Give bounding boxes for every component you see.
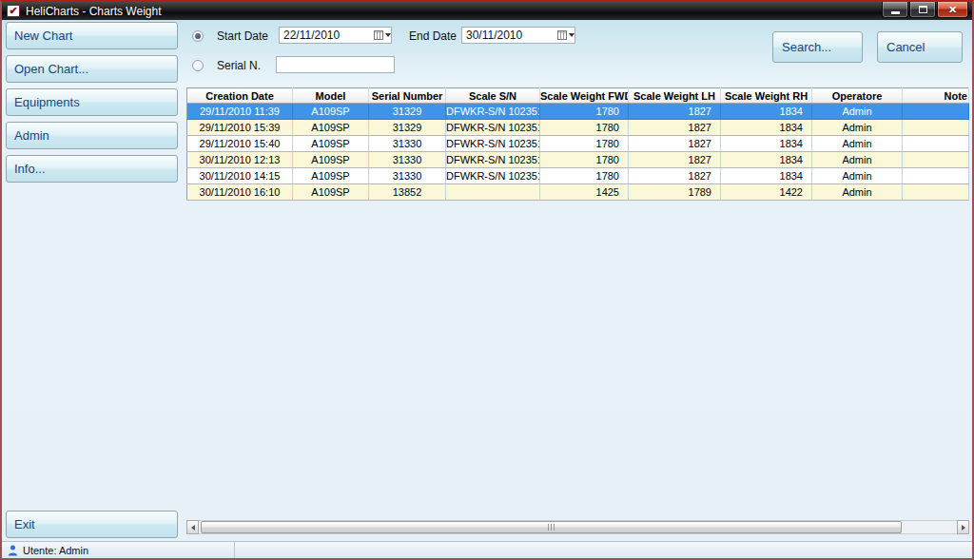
column-header[interactable]: Creation Date — [187, 88, 293, 104]
table-cell[interactable]: 1834 — [721, 104, 812, 120]
column-header[interactable]: Scale Weight RH — [721, 88, 812, 104]
table-cell[interactable]: 31330 — [369, 152, 446, 168]
table-cell[interactable] — [903, 120, 969, 136]
sidebar-item-new-chart[interactable]: New Chart — [6, 22, 178, 49]
table-cell[interactable]: 1834 — [721, 152, 812, 168]
table-cell[interactable] — [446, 184, 540, 201]
column-header[interactable]: Scale Weight LH — [629, 88, 721, 104]
table-cell[interactable]: 1780 — [540, 152, 629, 168]
table-cell[interactable] — [903, 168, 969, 184]
table-cell[interactable]: A109SP — [293, 184, 369, 201]
table-cell[interactable]: 29/11/2010 15:40 — [187, 136, 293, 152]
sidebar-item-admin[interactable]: Admin — [6, 122, 178, 149]
table-cell[interactable]: Admin — [812, 184, 903, 201]
table-row[interactable]: 29/11/2010 15:40A109SP31330DFWKR-S/N 102… — [187, 136, 969, 152]
table-cell[interactable]: 30/11/2010 12:13 — [187, 152, 293, 168]
table-cell[interactable]: DFWKR-S/N 102351 — [446, 104, 540, 120]
table-cell[interactable]: 1827 — [629, 152, 721, 168]
table-body: 29/11/2010 11:39A109SP31329DFWKR-S/N 102… — [187, 104, 969, 201]
table-header-row: Creation DateModelSerial NumberScale S/N… — [187, 88, 969, 104]
table-cell[interactable]: 1834 — [721, 168, 812, 184]
table-cell[interactable]: 13852 — [369, 184, 446, 201]
table-cell[interactable]: DFWKR-S/N 102351 — [446, 136, 540, 152]
results-table-wrap: Creation DateModelSerial NumberScale S/N… — [186, 87, 969, 201]
cancel-button[interactable]: Cancel — [877, 31, 963, 63]
calendar-icon — [557, 30, 567, 40]
table-cell[interactable]: 30/11/2010 16:10 — [187, 184, 293, 201]
calendar-icon — [374, 30, 383, 40]
column-header[interactable]: Scale Weight FWD — [540, 88, 629, 104]
table-cell[interactable] — [903, 136, 969, 152]
table-row[interactable]: 29/11/2010 11:39A109SP31329DFWKR-S/N 102… — [187, 104, 969, 120]
scrollbar-thumb[interactable] — [201, 521, 902, 533]
table-cell[interactable]: 1834 — [721, 136, 812, 152]
table-row[interactable]: 30/11/2010 16:10A109SP13852142517891422A… — [187, 184, 969, 201]
scroll-left-button[interactable] — [186, 520, 199, 534]
titlebar[interactable]: ✔ HeliCharts - Charts Weight ✕ — [2, 2, 972, 20]
table-cell[interactable]: 1827 — [629, 168, 721, 184]
table-cell[interactable] — [903, 104, 969, 120]
minimize-button[interactable] — [882, 2, 908, 18]
end-date-input[interactable] — [462, 29, 557, 42]
column-header[interactable]: Scale S/N — [446, 88, 540, 104]
table-cell[interactable]: 31329 — [369, 104, 446, 120]
table-cell[interactable]: 1780 — [540, 104, 629, 120]
table-cell[interactable]: Admin — [812, 152, 903, 168]
table-cell[interactable]: A109SP — [293, 136, 369, 152]
table-cell[interactable]: 1789 — [629, 184, 721, 201]
column-header[interactable]: Serial Number — [369, 88, 446, 104]
table-cell[interactable]: 31329 — [369, 120, 446, 136]
column-header[interactable]: Model — [293, 88, 369, 104]
close-button[interactable]: ✕ — [937, 2, 968, 18]
serial-input[interactable] — [277, 58, 394, 71]
exit-button[interactable]: Exit — [6, 511, 178, 538]
end-date-calendar-button[interactable] — [557, 28, 575, 43]
table-cell[interactable]: Admin — [812, 120, 903, 136]
table-cell[interactable]: DFWKR-S/N 102351 — [446, 152, 540, 168]
table-cell[interactable]: 1422 — [721, 184, 812, 201]
table-cell[interactable]: 1780 — [540, 136, 629, 152]
table-cell[interactable]: Admin — [812, 104, 903, 120]
table-row[interactable]: 29/11/2010 15:39A109SP31329DFWKR-S/N 102… — [187, 120, 969, 136]
table-cell[interactable]: 31330 — [369, 168, 446, 184]
sidebar-item-open-chart[interactable]: Open Chart... — [6, 55, 178, 83]
table-cell[interactable]: 1780 — [540, 120, 629, 136]
column-header[interactable]: Operatore — [812, 88, 903, 104]
serial-label: Serial N. — [217, 59, 261, 72]
scroll-right-button[interactable] — [957, 520, 969, 534]
table-cell[interactable]: 1780 — [540, 168, 629, 184]
start-date-input[interactable] — [280, 29, 374, 42]
table-cell[interactable] — [903, 184, 969, 201]
column-header[interactable]: Note — [903, 88, 969, 104]
table-cell[interactable]: 1827 — [629, 136, 721, 152]
maximize-button[interactable] — [909, 2, 936, 18]
table-row[interactable]: 30/11/2010 12:13A109SP31330DFWKR-S/N 102… — [187, 152, 969, 168]
scrollbar-track[interactable] — [199, 520, 957, 534]
serial-radio[interactable] — [192, 60, 204, 71]
table-cell[interactable]: DFWKR-S/N 102351 — [446, 120, 540, 136]
start-date-calendar-button[interactable] — [374, 28, 391, 43]
arrow-right-icon — [962, 525, 965, 531]
sidebar-item-equipments[interactable]: Equipments — [6, 88, 178, 116]
table-cell[interactable]: 31330 — [369, 136, 446, 152]
table-cell[interactable]: DFWKR-S/N 102351 — [446, 168, 540, 184]
table-cell[interactable]: A109SP — [293, 104, 369, 120]
table-cell[interactable]: A109SP — [293, 152, 369, 168]
table-cell[interactable]: A109SP — [293, 168, 369, 184]
sidebar-item-info[interactable]: Info... — [6, 155, 178, 183]
table-cell[interactable]: A109SP — [293, 120, 369, 136]
search-button[interactable]: Search... — [772, 31, 863, 63]
table-cell[interactable]: 1827 — [629, 120, 721, 136]
table-cell[interactable]: Admin — [812, 168, 903, 184]
user-icon — [8, 545, 18, 556]
table-cell[interactable]: 29/11/2010 11:39 — [187, 104, 293, 120]
table-cell[interactable]: 1827 — [629, 104, 721, 120]
table-cell[interactable]: Admin — [812, 136, 903, 152]
table-cell[interactable]: 1425 — [540, 184, 629, 201]
table-cell[interactable] — [903, 152, 969, 168]
table-cell[interactable]: 1834 — [721, 120, 812, 136]
table-cell[interactable]: 29/11/2010 15:39 — [187, 120, 293, 136]
table-cell[interactable]: 30/11/2010 14:15 — [187, 168, 293, 184]
date-range-radio[interactable] — [192, 30, 204, 42]
table-row[interactable]: 30/11/2010 14:15A109SP31330DFWKR-S/N 102… — [187, 168, 969, 184]
